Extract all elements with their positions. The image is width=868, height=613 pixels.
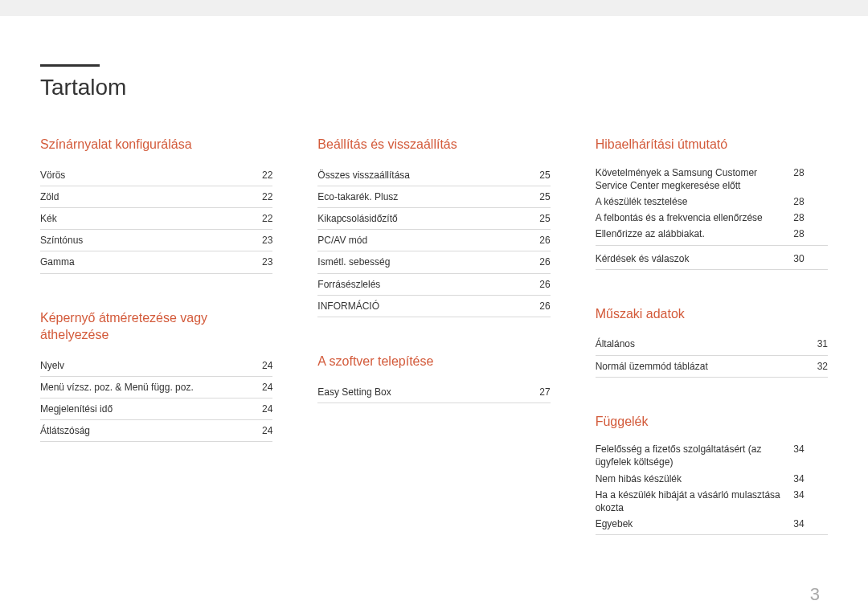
toc-entry[interactable]: Ha a készülék hibáját a vásárló mulasztá… <box>596 487 828 516</box>
toc-page: 23 <box>256 234 272 247</box>
toc-page: 28 <box>788 211 805 224</box>
separator <box>596 269 828 270</box>
toc-section: Beállítás és visszaállítás Összes vissza… <box>317 136 550 317</box>
toc-column: Beállítás és visszaállítás Összes vissza… <box>317 136 550 535</box>
toc-label: Nyelv <box>40 359 64 372</box>
toc-page: 24 <box>256 424 272 437</box>
toc-entry[interactable]: Ellenőrizze az alábbiakat.28 <box>596 226 828 242</box>
title-rule <box>40 64 100 67</box>
toc-entry[interactable]: Kérdések és válaszok30 <box>596 251 828 267</box>
toc-label: A készülék tesztelése <box>596 195 788 208</box>
toc-section: Műszaki adatok Általános31 Normál üzemmó… <box>596 305 828 378</box>
toc-page: 22 <box>256 190 272 203</box>
toc-entry[interactable]: Általános31 <box>596 333 828 355</box>
toc-page: 34 <box>788 517 805 530</box>
toc-entry[interactable]: Egyebek34 <box>596 516 828 532</box>
toc-page: 26 <box>534 300 551 313</box>
toc-entry[interactable]: Menü vízsz. poz. & Menü függ. poz.24 <box>40 377 272 398</box>
toc-label: Egyebek <box>596 517 788 530</box>
toc-entry[interactable]: Vörös22 <box>40 165 272 186</box>
toc-label: Forrásészlelés <box>317 278 380 291</box>
toc-entry[interactable]: Nem hibás készülék34 <box>596 471 828 487</box>
section-heading[interactable]: Műszaki adatok <box>596 305 828 323</box>
toc-entry[interactable]: Megjelenítési idő24 <box>40 398 272 420</box>
toc-page: 32 <box>812 360 828 373</box>
toc-page: 31 <box>812 337 828 350</box>
toc-label: Követelmények a Samsung Customer Service… <box>596 166 788 192</box>
toc-page: 24 <box>256 381 272 394</box>
toc-section: A szoftver telepítése Easy Setting Box27 <box>317 353 550 403</box>
section-heading[interactable]: Hibaelhárítási útmutató <box>596 136 828 153</box>
toc-entry[interactable]: Nyelv24 <box>40 355 272 377</box>
toc-label: Gamma <box>40 255 75 268</box>
toc-entry[interactable]: A felbontás és a frekvencia ellenőrzése2… <box>596 210 828 226</box>
toc-entry[interactable]: Normál üzemmód táblázat32 <box>596 356 828 378</box>
toc-section: Képernyő átméretezése vagy áthelyezése N… <box>40 309 272 443</box>
toc-entry[interactable]: Ismétl. sebesség26 <box>317 251 550 273</box>
toc-page: 26 <box>534 234 551 247</box>
toc-entry[interactable]: Átlátszóság24 <box>40 420 272 442</box>
toc-page: 25 <box>534 212 551 225</box>
toc-page: 28 <box>788 195 805 208</box>
toc-page: 28 <box>788 227 805 240</box>
section-heading[interactable]: Színárnyalat konfigurálása <box>40 136 272 153</box>
toc-label: Ismétl. sebesség <box>317 255 390 268</box>
page-title: Tartalom <box>40 75 828 100</box>
toc-page: 26 <box>534 255 551 268</box>
toc-page: 34 <box>788 472 805 485</box>
toc-label: Easy Setting Box <box>317 386 391 398</box>
section-heading[interactable]: Képernyő átméretezése vagy áthelyezése <box>40 309 272 344</box>
toc-page: 34 <box>788 443 805 468</box>
toc-entry[interactable]: Eco-takarék. Plusz25 <box>317 186 550 208</box>
section-heading[interactable]: Függelék <box>596 413 828 431</box>
toc-columns: Színárnyalat konfigurálása Vörös22 Zöld2… <box>40 136 828 535</box>
toc-entry[interactable]: Színtónus23 <box>40 230 272 251</box>
toc-label: Színtónus <box>40 234 83 247</box>
toc-label: Zöld <box>40 190 59 203</box>
section-heading[interactable]: A szoftver telepítése <box>317 353 550 370</box>
toc-label: Kikapcsolásidőzítő <box>317 212 397 225</box>
toc-label: Normál üzemmód táblázat <box>596 360 708 373</box>
toc-label: Általános <box>596 337 635 350</box>
toc-entry[interactable]: Kikapcsolásidőzítő25 <box>317 208 550 230</box>
toc-label: Nem hibás készülék <box>596 472 788 485</box>
toc-entry[interactable]: Összes visszaállítása25 <box>317 165 550 186</box>
toc-entry[interactable]: Kék22 <box>40 208 272 230</box>
toc-label: PC/AV mód <box>317 234 367 247</box>
toc-label: Vörös <box>40 169 65 182</box>
toc-label: Megjelenítési idő <box>40 403 113 415</box>
toc-label: Ha a készülék hibáját a vásárló mulasztá… <box>596 488 788 514</box>
toc-entry[interactable]: A készülék tesztelése28 <box>596 194 828 210</box>
toc-label: A felbontás és a frekvencia ellenőrzése <box>596 211 788 224</box>
toc-entry[interactable]: INFORMÁCIÓ26 <box>317 296 550 317</box>
toc-page: 25 <box>534 190 551 203</box>
toc-entry[interactable]: Gamma23 <box>40 251 272 273</box>
toc-entry[interactable]: Forrásészlelés26 <box>317 274 550 296</box>
toc-page: 30 <box>788 252 805 265</box>
toc-page: 27 <box>534 386 551 398</box>
toc-label: Átlátszóság <box>40 424 90 437</box>
toc-label: Menü vízsz. poz. & Menü függ. poz. <box>40 381 194 394</box>
toc-entry[interactable]: PC/AV mód26 <box>317 230 550 251</box>
toc-page: 28 <box>788 166 805 192</box>
toc-section: Színárnyalat konfigurálása Vörös22 Zöld2… <box>40 136 272 274</box>
toc-entry[interactable]: Zöld22 <box>40 186 272 208</box>
toc-column: Hibaelhárítási útmutató Követelmények a … <box>596 136 828 535</box>
toc-page: 23 <box>256 255 272 268</box>
toc-label: Ellenőrizze az alábbiakat. <box>596 227 788 240</box>
toc-section: Hibaelhárítási útmutató Követelmények a … <box>596 136 828 270</box>
toc-page: 26 <box>534 278 551 291</box>
toc-page: 34 <box>788 488 805 514</box>
toc-column: Színárnyalat konfigurálása Vörös22 Zöld2… <box>40 136 272 535</box>
section-heading[interactable]: Beállítás és visszaállítás <box>317 136 550 153</box>
toc-label: Összes visszaállítása <box>317 169 410 182</box>
toc-entry[interactable]: Easy Setting Box27 <box>317 382 550 403</box>
toc-label: Felelősség a fizetős szolgáltatásért (az… <box>596 443 788 468</box>
toc-label: Eco-takarék. Plusz <box>317 190 398 203</box>
toc-page: 22 <box>256 212 272 225</box>
toc-section: Függelék Felelősség a fizetős szolgáltat… <box>596 413 828 536</box>
toc-label: INFORMÁCIÓ <box>317 300 379 313</box>
toc-entry[interactable]: Követelmények a Samsung Customer Service… <box>596 165 828 194</box>
toc-page: 24 <box>256 359 272 372</box>
toc-entry[interactable]: Felelősség a fizetős szolgáltatásért (az… <box>596 441 828 470</box>
